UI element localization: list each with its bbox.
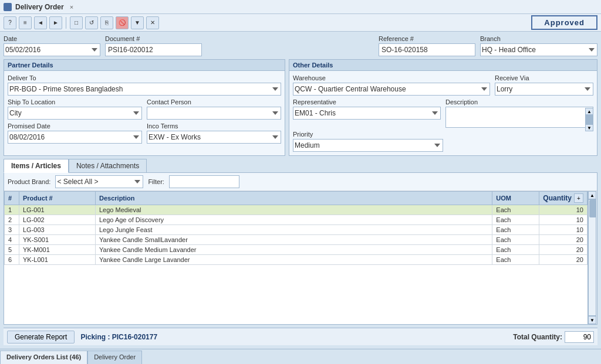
date-field: Date 05/02/2016 — [4, 35, 100, 56]
warehouse-select[interactable]: QCW - Quartier Central Warehouse — [293, 83, 490, 96]
table-scrollbar: ▲ ▼ — [588, 191, 597, 324]
table-inner: # Product # Description UOM Quantity + — [4, 191, 588, 324]
table-row: 4 YK-S001 Yankee Candle SmallLavander Ea… — [5, 235, 588, 245]
contact-label: Contact Person — [147, 98, 281, 106]
table-row: 3 LG-003 Lego Jungle Feast Each 10 — [5, 225, 588, 235]
document-field: Document # — [105, 35, 202, 56]
reference-input[interactable] — [379, 43, 475, 56]
representative-select[interactable]: EM01 - Chris — [293, 107, 441, 120]
cell-uom: Each — [492, 255, 539, 265]
document-input[interactable] — [105, 43, 202, 56]
title-icon — [4, 3, 12, 11]
forward-button[interactable]: ► — [49, 16, 62, 29]
cell-description: Lego Age of Discovery — [96, 215, 492, 225]
col-header-qty: Quantity + — [539, 192, 588, 205]
dropdown-button[interactable]: ▼ — [131, 16, 144, 29]
add-row-button[interactable]: + — [574, 193, 583, 203]
status-tab-order[interactable]: Delivery Order — [87, 351, 142, 364]
table-row: 1 LG-001 Lego Medieval Each 10 — [5, 205, 588, 215]
deliver-to-label: Deliver To — [8, 74, 281, 81]
help-button[interactable]: ? — [4, 16, 16, 29]
tabs-bar: Items / Articles Notes / Attachments — [4, 159, 597, 173]
inco-terms-select[interactable]: EXW - Ex Works — [147, 131, 281, 144]
receive-via-label: Receive Via — [495, 74, 593, 81]
warehouse-label: Warehouse — [293, 74, 490, 81]
representative-field: Representative EM01 - Chris — [293, 98, 441, 120]
approved-badge: Approved — [531, 15, 597, 30]
cell-uom: Each — [492, 215, 539, 225]
cancel-button[interactable]: 🚫 — [116, 16, 129, 29]
branch-select[interactable]: HQ - Head Office — [480, 43, 597, 56]
warehouse-field: Warehouse QCW - Quartier Central Warehou… — [293, 74, 490, 96]
priority-field: Priority Medium — [293, 131, 593, 152]
tab-section: Items / Articles Notes / Attachments Pro… — [4, 159, 597, 325]
status-tab-list[interactable]: Delivery Orders List (46) — [0, 351, 87, 364]
brand-select[interactable]: < Select All > — [55, 175, 143, 188]
desc-scroll-down[interactable]: ▼ — [585, 124, 593, 131]
refresh-button[interactable]: ↺ — [85, 16, 98, 29]
priority-select[interactable]: Medium — [293, 139, 443, 152]
receive-via-select[interactable]: Lorry — [495, 83, 593, 96]
date-select[interactable]: 05/02/2016 — [4, 43, 100, 56]
desc-scroll-thumb[interactable] — [585, 115, 593, 124]
cell-quantity: 20 — [539, 255, 588, 265]
new-button[interactable]: □ — [70, 16, 83, 29]
cell-description: Lego Medieval — [96, 205, 492, 215]
generate-report-button[interactable]: Generate Report — [7, 331, 75, 343]
cell-num: 5 — [5, 245, 19, 255]
table-body: 1 LG-001 Lego Medieval Each 10 2 LG-002 … — [5, 205, 588, 265]
desc-scroll-up[interactable]: ▲ — [585, 108, 593, 115]
filter-label: Filter: — [148, 178, 164, 185]
tab-notes[interactable]: Notes / Attachments — [69, 159, 147, 173]
filter-input[interactable] — [169, 175, 239, 188]
receive-via-field: Receive Via Lorry — [495, 74, 593, 96]
scroll-down-button[interactable]: ▼ — [588, 316, 596, 324]
ship-to-label: Ship To Location — [8, 98, 142, 106]
priority-label: Priority — [293, 131, 593, 138]
panels-row: Partner Details Deliver To PR-BGD - Prim… — [4, 59, 597, 156]
total-qty-section: Total Quantity: — [513, 331, 594, 343]
scroll-track — [588, 199, 596, 316]
description-textarea[interactable] — [445, 107, 593, 128]
cell-description: Yankee Candle Large Lavander — [96, 255, 492, 265]
reference-field: Reference # — [379, 35, 475, 56]
close-icon[interactable]: × — [70, 4, 73, 11]
tab-items[interactable]: Items / Articles — [4, 159, 69, 173]
cell-description: Yankee Candle SmallLavander — [96, 235, 492, 245]
picking-text: Picking : PIC16-020177 — [80, 333, 157, 341]
promised-date-select[interactable]: 08/02/2016 — [8, 131, 142, 144]
title-bar: Delivery Order × — [0, 0, 601, 14]
date-label: Date — [4, 35, 100, 42]
items-tab-content: Product Brand: < Select All > Filter: # — [4, 173, 597, 324]
deliver-to-field: Deliver To PR-BGD - Prime Stores Banglad… — [8, 74, 281, 96]
brand-label: Product Brand: — [8, 178, 50, 185]
cell-product: LG-003 — [19, 225, 96, 235]
other-panel-header: Other Details — [289, 60, 597, 71]
grid-button[interactable]: ≡ — [19, 16, 32, 29]
col-header-num: # — [5, 192, 19, 205]
deliver-to-select[interactable]: PR-BGD - Prime Stores Bangladesh — [8, 83, 281, 96]
cell-product: YK-M001 — [19, 245, 96, 255]
copy-button[interactable]: ⎘ — [100, 16, 113, 29]
table-row: 6 YK-L001 Yankee Candle Large Lavander E… — [5, 255, 588, 265]
ship-to-select[interactable]: City — [8, 107, 142, 120]
warehouse-receive-row: Warehouse QCW - Quartier Central Warehou… — [293, 74, 593, 96]
status-bar: Delivery Orders List (46) Delivery Order — [0, 349, 601, 364]
reference-label: Reference # — [379, 35, 475, 42]
branch-field: Branch HQ - Head Office — [480, 35, 597, 56]
cell-num: 1 — [5, 205, 19, 215]
cell-quantity: 10 — [539, 225, 588, 235]
cell-num: 6 — [5, 255, 19, 265]
inco-terms-field: Inco Terms EXW - Ex Works — [147, 123, 281, 144]
total-qty-input — [565, 331, 594, 343]
promised-inco-row: Promised Date 08/02/2016 Inco Terms EXW … — [8, 123, 281, 144]
back-button[interactable]: ◄ — [34, 16, 47, 29]
cell-quantity: 10 — [539, 215, 588, 225]
contact-select[interactable] — [147, 107, 281, 120]
cell-quantity: 20 — [539, 235, 588, 245]
scroll-up-button[interactable]: ▲ — [588, 191, 596, 199]
contact-field: Contact Person — [147, 98, 281, 120]
close-button[interactable]: ✕ — [146, 16, 159, 29]
filter-bar: Product Brand: < Select All > Filter: — [4, 173, 597, 191]
ship-to-field: Ship To Location City — [8, 98, 142, 120]
